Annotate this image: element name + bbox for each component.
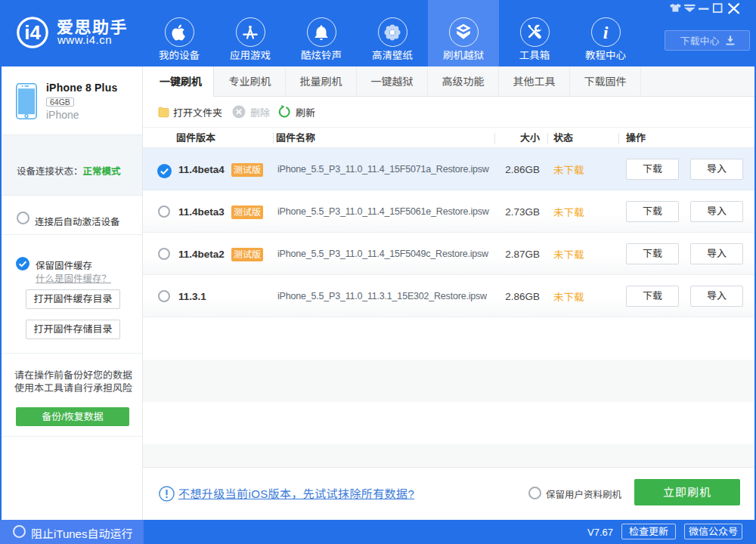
svg-text:i4: i4: [24, 21, 41, 44]
svg-text:i: i: [603, 23, 609, 42]
